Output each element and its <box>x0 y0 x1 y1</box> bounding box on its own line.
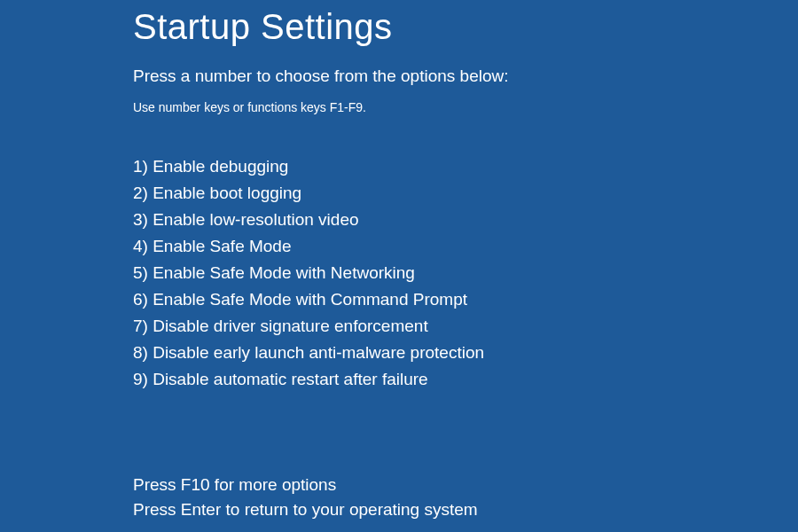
more-options-hint: Press F10 for more options <box>133 473 798 497</box>
option-9-disable-auto-restart[interactable]: 9) Disable automatic restart after failu… <box>133 366 798 393</box>
hint-text: Use number keys or functions keys F1-F9. <box>133 100 798 114</box>
page-title: Startup Settings <box>133 7 798 47</box>
option-4-safe-mode[interactable]: 4) Enable Safe Mode <box>133 233 798 260</box>
option-8-disable-anti-malware[interactable]: 8) Disable early launch anti-malware pro… <box>133 340 798 366</box>
instruction-text: Press a number to choose from the option… <box>133 66 798 86</box>
option-5-safe-mode-networking[interactable]: 5) Enable Safe Mode with Networking <box>133 260 798 286</box>
option-3-low-res-video[interactable]: 3) Enable low-resolution video <box>133 207 798 233</box>
footer-instructions: Press F10 for more options Press Enter t… <box>133 473 798 522</box>
option-6-safe-mode-cmd[interactable]: 6) Enable Safe Mode with Command Prompt <box>133 286 798 313</box>
startup-settings-screen: Startup Settings Press a number to choos… <box>0 0 798 522</box>
option-1-debugging[interactable]: 1) Enable debugging <box>133 153 798 180</box>
return-os-hint: Press Enter to return to your operating … <box>133 497 798 522</box>
option-2-boot-logging[interactable]: 2) Enable boot logging <box>133 180 798 207</box>
options-list: 1) Enable debugging 2) Enable boot loggi… <box>133 153 798 393</box>
option-7-disable-driver-sig[interactable]: 7) Disable driver signature enforcement <box>133 313 798 340</box>
